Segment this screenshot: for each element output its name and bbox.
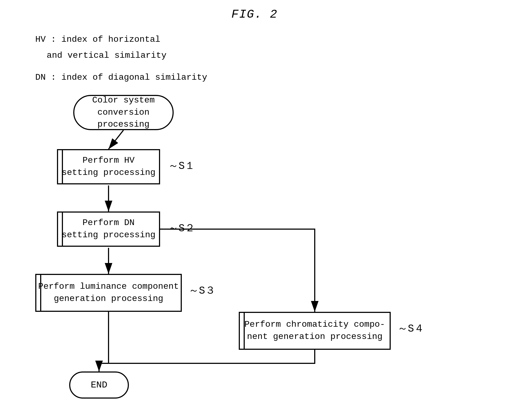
s3-label: Perform luminance componentgeneration pr…	[38, 281, 179, 305]
legend-line3: DN : index of diagonal similarity	[35, 70, 207, 84]
legend: HV : index of horizontal and vertical si…	[35, 33, 207, 85]
svg-line-1	[109, 130, 123, 149]
box-s1: Perform HVsetting processing	[57, 149, 160, 184]
legend-line1: HV : index of horizontal	[35, 33, 207, 46]
step-label-s1: ～S１	[168, 159, 195, 172]
figure-title: FIG. 2	[231, 8, 278, 21]
start-oval: Color systemconversion processing	[73, 95, 174, 130]
box-s4: Perform chromaticity compo-nent generati…	[239, 312, 391, 350]
end-oval: END	[69, 371, 129, 399]
step-label-s3: ～S３	[189, 283, 215, 297]
step-label-s2: ～S２	[168, 221, 195, 235]
end-label: END	[91, 380, 107, 390]
box-s3: Perform luminance componentgeneration pr…	[35, 274, 182, 312]
flowchart-arrows	[27, 95, 475, 407]
step-label-s4: ～S４	[397, 321, 424, 335]
s1-label: Perform HVsetting processing	[62, 155, 155, 179]
s4-label: Perform chromaticity compo-nent generati…	[244, 319, 385, 343]
s2-label: Perform DNsetting processing	[62, 217, 155, 241]
flowchart: Color systemconversion processing Perfor…	[27, 95, 475, 407]
box-s2: Perform DNsetting processing	[57, 211, 160, 247]
page: FIG. 2 HV : index of horizontal and vert…	[0, 0, 509, 420]
start-label: Color systemconversion processing	[74, 94, 173, 131]
legend-line2: and vertical similarity	[47, 49, 207, 62]
